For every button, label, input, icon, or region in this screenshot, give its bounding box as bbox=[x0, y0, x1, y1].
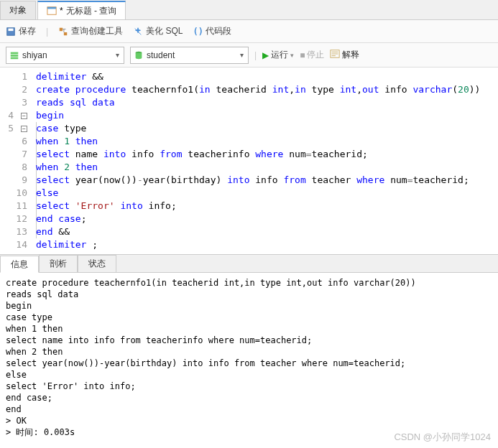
stop-icon: ■ bbox=[300, 50, 305, 60]
svg-rect-4 bbox=[11, 52, 19, 54]
line-number: 11 bbox=[0, 200, 27, 213]
beautify-icon bbox=[133, 27, 143, 37]
query-builder-label: 查询创建工具 bbox=[71, 25, 123, 37]
explain-icon bbox=[330, 49, 340, 61]
selector-bar: shiyan ▾ student ▾ | ▶ 运行 ▾ ■ 停止 解释 bbox=[0, 43, 498, 67]
code-line: end case; bbox=[36, 213, 498, 225]
code-area[interactable]: delimiter &&create procedure teachernfo1… bbox=[32, 67, 498, 254]
line-number: 7 bbox=[0, 148, 27, 161]
result-tab-profile-label: 剖析 bbox=[50, 258, 67, 270]
run-button[interactable]: ▶ 运行 ▾ bbox=[262, 49, 294, 61]
connection-value: shiyan bbox=[22, 50, 111, 60]
connection-combo[interactable]: shiyan ▾ bbox=[6, 47, 124, 64]
beautify-label: 美化 SQL bbox=[146, 25, 183, 37]
svg-rect-1 bbox=[47, 7, 56, 9]
query-builder-button[interactable]: 查询创建工具 bbox=[58, 25, 123, 37]
beautify-button[interactable]: 美化 SQL bbox=[133, 25, 183, 37]
line-number: 1 bbox=[0, 70, 27, 83]
tab-query-dirty: * bbox=[60, 6, 63, 16]
code-line: end && bbox=[36, 225, 498, 238]
result-tab-status-label: 状态 bbox=[88, 258, 106, 270]
save-label: 保存 bbox=[19, 25, 36, 37]
snippet-icon: () bbox=[193, 27, 203, 37]
tab-query-label: 无标题 - 查询 bbox=[66, 5, 117, 17]
code-line: case type bbox=[36, 122, 498, 135]
code-line: when 2 then bbox=[36, 161, 498, 174]
tab-query[interactable]: * 无标题 - 查询 bbox=[37, 1, 126, 19]
code-line: select name into info from teacherinfo w… bbox=[36, 148, 498, 161]
line-number: 5 − bbox=[0, 122, 27, 135]
code-line: create procedure teachernfo1(in teacheri… bbox=[36, 83, 498, 96]
code-line: when 1 then bbox=[36, 135, 498, 148]
connection-icon bbox=[9, 50, 19, 60]
run-label: 运行 bbox=[271, 49, 288, 61]
code-line: delimiter && bbox=[36, 70, 498, 83]
save-button[interactable]: 保存 bbox=[6, 25, 36, 37]
builder-icon bbox=[58, 27, 68, 37]
snippet-button[interactable]: () 代码段 bbox=[193, 25, 231, 37]
chevron-down-icon: ▾ bbox=[239, 51, 245, 59]
database-combo[interactable]: student ▾ bbox=[130, 47, 249, 64]
result-tab-info-label: 信息 bbox=[11, 258, 28, 271]
line-number: 9 bbox=[0, 174, 27, 187]
play-icon: ▶ bbox=[262, 50, 269, 60]
toolbar: 保存 | 查询创建工具 美化 SQL () 代码段 bbox=[0, 20, 498, 43]
explain-label: 解释 bbox=[342, 49, 359, 61]
line-number: 4 − bbox=[0, 109, 27, 122]
result-tab-info[interactable]: 信息 bbox=[0, 256, 39, 273]
code-line: else bbox=[36, 187, 498, 200]
line-number: 13 bbox=[0, 225, 27, 238]
chevron-down-icon: ▾ bbox=[290, 52, 294, 59]
line-number: 2 bbox=[0, 83, 27, 96]
result-tab-profile[interactable]: 剖析 bbox=[39, 255, 78, 272]
snippet-label: 代码段 bbox=[206, 25, 231, 37]
database-value: student bbox=[147, 50, 236, 60]
code-line: select 'Error' into info; bbox=[36, 200, 498, 213]
stop-label: 停止 bbox=[307, 49, 324, 61]
line-number: 14 bbox=[0, 238, 27, 251]
tab-object[interactable]: 对象 bbox=[0, 1, 36, 19]
result-output[interactable]: create procedure teachernfo1(in teacheri… bbox=[0, 273, 498, 444]
line-gutter: 1234 −5 −67891011121314 bbox=[0, 67, 32, 254]
svg-rect-5 bbox=[11, 55, 19, 57]
save-icon bbox=[6, 27, 16, 37]
line-number: 8 bbox=[0, 161, 27, 174]
tab-object-label: 对象 bbox=[9, 4, 27, 17]
result-tab-status[interactable]: 状态 bbox=[78, 255, 116, 272]
explain-button[interactable]: 解释 bbox=[330, 49, 359, 61]
code-line: begin bbox=[36, 109, 498, 122]
code-line: select year(now())-year(birthday) into i… bbox=[36, 174, 498, 187]
watermark: CSDN @小孙同学1024 bbox=[394, 431, 491, 444]
svg-rect-3 bbox=[9, 28, 14, 31]
line-number: 3 bbox=[0, 96, 27, 109]
document-tabs: 对象 * 无标题 - 查询 bbox=[0, 0, 498, 20]
code-editor[interactable]: 1234 −5 −67891011121314 delimiter &&crea… bbox=[0, 67, 498, 254]
chevron-down-icon: ▾ bbox=[114, 51, 121, 59]
line-number: 12 bbox=[0, 213, 27, 225]
query-icon bbox=[47, 6, 57, 16]
separator: | bbox=[46, 27, 48, 37]
line-number: 6 bbox=[0, 135, 27, 148]
code-line: delimiter ; bbox=[36, 238, 498, 251]
database-icon bbox=[134, 50, 144, 60]
result-tabs: 信息 剖析 状态 bbox=[0, 254, 498, 273]
code-line: reads sql data bbox=[36, 96, 498, 109]
line-number: 10 bbox=[0, 187, 27, 200]
separator: | bbox=[254, 50, 257, 60]
stop-button[interactable]: ■ 停止 bbox=[300, 49, 324, 61]
svg-rect-6 bbox=[11, 57, 19, 59]
